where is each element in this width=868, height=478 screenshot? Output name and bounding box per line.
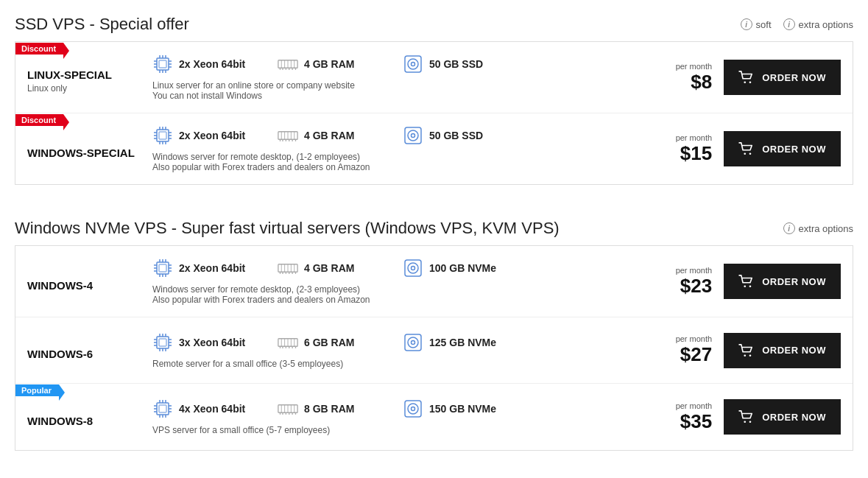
price-col-windows-4: per month$23 ORDER NOW [676, 264, 841, 299]
order-button-windows-8[interactable]: ORDER NOW [724, 399, 841, 435]
order-label-windows-4: ORDER NOW [762, 276, 826, 287]
section-header-nvme-vps: Windows NVMe VPS - Super fast virtual se… [15, 219, 853, 238]
svg-point-61 [749, 152, 752, 155]
plan-desc-windows-6: Remote server for a small office (3-5 em… [152, 359, 343, 369]
price-info-linux-special: per month$8 [676, 62, 713, 94]
info-label: extra options [799, 223, 853, 234]
specs-col-windows-6: 3x Xeon 64bit 6 GB RAM 125 GB NVMeRemote… [145, 332, 676, 369]
ram-spec-windows-special: 4 GB RAM [278, 129, 373, 142]
price-col-windows-special: per month$15 ORDER NOW [676, 131, 841, 166]
info-item-1[interactable]: iextra options [783, 18, 853, 30]
svg-point-153 [744, 421, 747, 423]
plans-container-nvme-vps: WINDOWS-4 2x Xeon 64bit 4 GB RAM 100 GB … [15, 245, 853, 451]
plan-row-windows-4: WINDOWS-4 2x Xeon 64bit 4 GB RAM 100 GB … [15, 246, 853, 317]
price-col-linux-special: per month$8 ORDER NOW [676, 60, 841, 95]
svg-point-60 [744, 152, 747, 155]
info-icon: i [741, 18, 752, 30]
cpu-spec-linux-special: 2x Xeon 64bit [152, 54, 248, 74]
order-label-windows-6: ORDER NOW [762, 345, 826, 356]
per-month-linux-special: per month [676, 62, 713, 71]
info-label: extra options [799, 19, 853, 30]
storage-label-windows-8: 150 GB NVMe [429, 403, 496, 415]
price-amount-windows-8: $35 [676, 410, 713, 433]
specs-col-windows-special: 2x Xeon 64bit 4 GB RAM 50 GB SSDWindows … [145, 125, 676, 172]
order-button-windows-special[interactable]: ORDER NOW [724, 131, 841, 166]
storage-label-windows-6: 125 GB NVMe [429, 337, 496, 348]
price-info-windows-8: per month$35 [676, 401, 713, 433]
cpu-label-windows-4: 2x Xeon 64bit [179, 262, 245, 274]
info-item-0[interactable]: iextra options [783, 222, 853, 234]
svg-point-28 [412, 63, 415, 66]
plan-row-windows-8: PopularWINDOWS-8 4x Xeon 64bit 8 GB RAM … [15, 384, 853, 450]
badge-windows-special: Discount [15, 114, 63, 126]
specs-col-linux-special: 2x Xeon 64bit 4 GB RAM 50 GB SSDLinux se… [145, 54, 676, 101]
storage-label-linux-special: 50 GB SSD [429, 58, 483, 70]
svg-point-29 [744, 81, 747, 83]
plan-name-col-windows-4: WINDOWS-4 [27, 272, 145, 292]
storage-spec-windows-8: 150 GB NVMe [403, 398, 498, 419]
plan-name-windows-6: WINDOWS-6 [27, 348, 145, 360]
svg-rect-125 [159, 405, 166, 412]
info-label: soft [756, 19, 772, 30]
info-icon: i [783, 18, 795, 30]
storage-label-windows-special: 50 GB SSD [429, 130, 483, 141]
plan-name-windows-special: WINDOWS-SPECIAL [27, 147, 145, 159]
ram-spec-windows-4: 4 GB RAM [278, 261, 373, 275]
order-button-windows-6[interactable]: ORDER NOW [724, 333, 841, 368]
svg-rect-1 [159, 60, 166, 68]
plan-row-linux-special: DiscountLINUX-SPECIALLinux only 2x Xeon … [15, 42, 853, 113]
svg-point-89 [408, 263, 418, 273]
svg-point-92 [749, 285, 752, 287]
cpu-spec-windows-special: 2x Xeon 64bit [152, 125, 248, 146]
plan-desc-windows-special: Windows server for remote desktop, (1-2 … [152, 152, 370, 172]
ram-label-windows-4: 4 GB RAM [304, 262, 354, 274]
plan-name-linux-special: LINUX-SPECIAL [27, 68, 145, 81]
svg-point-152 [412, 407, 415, 411]
section-title-nvme-vps: Windows NVMe VPS - Super fast virtual se… [15, 219, 560, 238]
order-button-linux-special[interactable]: ORDER NOW [724, 60, 841, 95]
plan-name-col-linux-special: LINUX-SPECIALLinux only [27, 61, 145, 94]
info-item-0[interactable]: isoft [741, 18, 772, 30]
badge-container-windows-8: Popular [15, 384, 59, 396]
section-header-ssd-vps: SSD VPS - Special offerisoftiextra optio… [15, 15, 853, 34]
plan-name-windows-8: WINDOWS-8 [27, 415, 145, 427]
cpu-label-linux-special: 2x Xeon 64bit [179, 58, 245, 70]
section-title-ssd-vps: SSD VPS - Special offer [15, 15, 189, 34]
order-label-linux-special: ORDER NOW [762, 72, 826, 83]
specs-row-linux-special: 2x Xeon 64bit 4 GB RAM 50 GB SSD [152, 54, 498, 74]
plans-container-ssd-vps: DiscountLINUX-SPECIALLinux only 2x Xeon … [15, 41, 853, 185]
svg-rect-62 [157, 262, 169, 274]
price-amount-windows-special: $15 [676, 142, 713, 165]
price-info-windows-4: per month$23 [676, 266, 713, 298]
plan-row-windows-6: WINDOWS-6 3x Xeon 64bit 6 GB RAM 125 GB … [15, 317, 853, 384]
per-month-windows-4: per month [676, 266, 713, 275]
price-amount-windows-6: $27 [676, 343, 713, 366]
plan-subtitle-linux-special: Linux only [27, 83, 145, 94]
per-month-windows-8: per month [676, 401, 713, 410]
price-amount-linux-special: $8 [676, 71, 713, 94]
svg-rect-124 [157, 403, 169, 415]
section-info-nvme-vps: iextra options [783, 222, 853, 234]
badge-container-windows-special: Discount [15, 113, 63, 126]
svg-point-30 [749, 81, 752, 83]
svg-point-121 [412, 340, 415, 344]
order-button-windows-4[interactable]: ORDER NOW [724, 264, 841, 299]
cpu-spec-windows-4: 2x Xeon 64bit [152, 258, 248, 278]
section-info-ssd-vps: isoftiextra options [741, 18, 853, 30]
order-label-windows-8: ORDER NOW [762, 412, 826, 423]
svg-point-122 [744, 354, 747, 356]
svg-point-58 [408, 130, 418, 141]
specs-row-windows-4: 2x Xeon 64bit 4 GB RAM 100 GB NVMe [152, 258, 498, 278]
svg-rect-32 [159, 132, 166, 139]
specs-row-windows-special: 2x Xeon 64bit 4 GB RAM 50 GB SSD [152, 125, 498, 146]
price-info-windows-special: per month$15 [676, 133, 713, 165]
svg-point-27 [408, 59, 418, 69]
plan-name-col-windows-6: WINDOWS-6 [27, 340, 145, 360]
plan-desc-windows-4: Windows server for remote desktop, (2-3 … [152, 284, 370, 305]
plan-desc-linux-special: Linux server for an online store or comp… [152, 80, 355, 101]
ram-spec-windows-8: 8 GB RAM [278, 402, 373, 415]
specs-col-windows-4: 2x Xeon 64bit 4 GB RAM 100 GB NVMeWindow… [145, 258, 676, 305]
storage-spec-windows-4: 100 GB NVMe [403, 258, 498, 278]
cpu-label-windows-special: 2x Xeon 64bit [179, 130, 245, 141]
svg-point-90 [412, 267, 415, 270]
